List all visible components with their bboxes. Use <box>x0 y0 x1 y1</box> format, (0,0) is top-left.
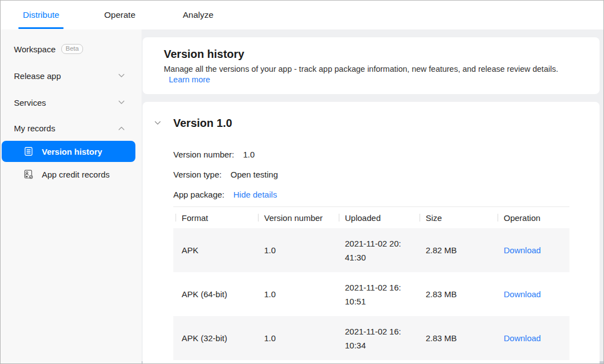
sidebar-item-workspace[interactable]: Workspace Beta <box>1 36 142 62</box>
cell-operation: Download <box>495 333 569 343</box>
learn-more-link[interactable]: Learn more <box>169 75 210 84</box>
download-link[interactable]: Download <box>504 245 541 255</box>
cell-version-number: 1.0 <box>256 289 337 299</box>
table-row: APK (32-bit) 1.0 2021-11-02 16:10:34 2.8… <box>173 316 569 360</box>
chevron-down-icon <box>118 100 125 105</box>
cell-format: APK (64-bit) <box>173 289 256 299</box>
beta-badge: Beta <box>61 44 84 54</box>
cell-uploaded: 2021-11-02 16:10:34 <box>337 324 417 352</box>
page-description: Manage all the versions of your app - tr… <box>164 65 578 73</box>
cell-version-number: 1.0 <box>256 245 337 255</box>
page-title: Version history <box>164 48 600 61</box>
app-window: Distribute Operate Analyze Workspace Bet… <box>0 0 604 364</box>
version-title: Version 1.0 <box>173 117 600 130</box>
sidebar-item-release-app[interactable]: Release app <box>1 62 142 89</box>
cell-size: 2.83 MB <box>417 289 495 299</box>
chevron-down-icon[interactable] <box>154 121 161 125</box>
top-navigation: Distribute Operate Analyze <box>1 1 603 29</box>
field-app-package: App package:Hide details <box>173 190 600 201</box>
sidebar-item-version-history[interactable]: Version history <box>2 141 135 162</box>
tab-analyze[interactable]: Analyze <box>183 1 213 29</box>
field-version-type-label: Version type: <box>173 170 222 179</box>
table-row: APK (64-bit) 1.0 2021-11-02 16:10:51 2.8… <box>173 272 569 316</box>
cell-operation: Download <box>495 245 569 255</box>
download-link[interactable]: Download <box>504 333 541 343</box>
sidebar-item-version-history-label: Version history <box>42 147 102 156</box>
table-row: APK 1.0 2021-11-02 20:41:30 2.82 MB Down… <box>173 228 569 272</box>
column-header-size: Size <box>417 213 495 223</box>
cell-format: APK <box>173 245 256 255</box>
cell-version-number: 1.0 <box>256 333 337 343</box>
cell-uploaded: 2021-11-02 16:10:51 <box>337 281 417 308</box>
page-header-card: Version history Manage all the versions … <box>143 37 600 94</box>
sidebar: Workspace Beta Release app Services My r… <box>1 29 142 363</box>
field-version-type: Version type:Open testing <box>173 170 600 181</box>
field-version-number-value: 1.0 <box>243 150 255 159</box>
tab-operate[interactable]: Operate <box>104 1 135 29</box>
chevron-down-icon <box>118 73 125 78</box>
column-header-uploaded: Uploaded <box>337 213 417 223</box>
download-link[interactable]: Download <box>504 289 541 299</box>
cell-format: APK (32-bit) <box>173 333 256 343</box>
tab-distribute[interactable]: Distribute <box>23 1 59 29</box>
sidebar-item-services-label: Services <box>14 98 46 107</box>
package-table-header: Format Version number Uploaded Size Oper… <box>173 207 569 228</box>
version-card-header: Version 1.0 <box>143 102 600 130</box>
active-tab-underline <box>18 27 64 29</box>
tab-distribute-label: Distribute <box>23 10 59 19</box>
field-app-package-label: App package: <box>173 190 225 199</box>
chevron-up-icon <box>118 126 125 131</box>
id-card-check-icon <box>23 169 34 180</box>
field-version-type-value: Open testing <box>231 170 278 179</box>
sidebar-item-release-app-label: Release app <box>14 71 61 81</box>
document-list-icon <box>23 146 34 157</box>
sidebar-item-services[interactable]: Services <box>1 89 142 116</box>
field-version-number-label: Version number: <box>173 150 234 159</box>
cell-size: 2.82 MB <box>417 245 495 255</box>
package-table: Format Version number Uploaded Size Oper… <box>173 206 569 360</box>
sidebar-item-my-records[interactable]: My records <box>1 116 142 141</box>
tab-operate-label: Operate <box>104 10 135 19</box>
cell-operation: Download <box>495 289 569 299</box>
hide-details-link[interactable]: Hide details <box>233 190 277 199</box>
sidebar-item-app-credit-records-label: App credit records <box>42 170 110 179</box>
column-header-version-number: Version number <box>256 213 337 223</box>
version-fields: Version number:1.0 Version type:Open tes… <box>173 150 600 201</box>
column-header-format: Format <box>173 213 256 223</box>
sidebar-item-my-records-label: My records <box>14 124 55 133</box>
cell-size: 2.83 MB <box>417 333 495 343</box>
field-version-number: Version number:1.0 <box>173 150 600 161</box>
cell-uploaded: 2021-11-02 20:41:30 <box>337 237 417 264</box>
sidebar-item-app-credit-records[interactable]: App credit records <box>1 164 142 185</box>
column-header-operation: Operation <box>495 213 569 223</box>
tab-analyze-label: Analyze <box>183 10 213 19</box>
version-card: Version 1.0 Version number:1.0 Version t… <box>143 102 600 364</box>
sidebar-item-workspace-label: Workspace <box>14 45 56 54</box>
